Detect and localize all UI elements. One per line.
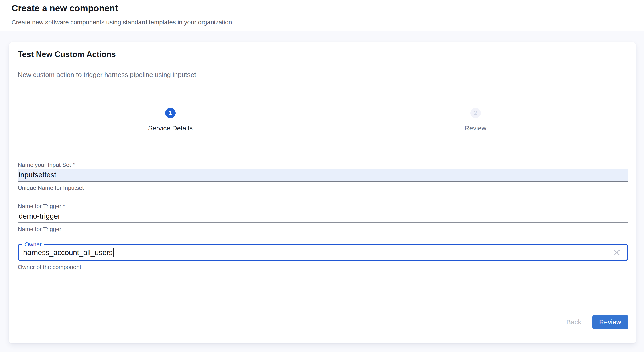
card-title: Test New Custom Actions [18,50,628,59]
component-form: Name your Input Set * Unique Name for In… [18,161,628,270]
page-subtitle: Create new software components using sta… [12,19,644,26]
step-service-details: 1 Service Details [18,108,323,132]
owner-input[interactable]: Owner harness_account_all_users [18,244,628,261]
create-component-card: Test New Custom Actions New custom actio… [9,42,636,343]
back-button[interactable]: Back [561,316,586,328]
input-set-name-input[interactable] [18,169,628,182]
review-button[interactable]: Review [592,315,628,329]
text-cursor [113,248,114,257]
input-set-name-label: Name your Input Set * [18,161,628,168]
content-area: Test New Custom Actions New custom actio… [0,31,644,351]
owner-helper: Owner of the component [18,264,628,270]
owner-field: Owner harness_account_all_users Owner of… [18,244,628,270]
trigger-name-input[interactable] [18,210,628,223]
step-1-label: Service Details [148,125,192,132]
trigger-name-label: Name for Trigger * [18,203,628,210]
step-review: 2 Review [323,108,628,132]
owner-field-value: harness_account_all_users [23,248,113,257]
input-set-name-helper: Unique Name for Inputset [18,185,628,191]
card-subtitle: New custom action to trigger harness pip… [18,71,628,79]
form-actions: Back Review [18,315,628,329]
page-header: Create a new component Create new softwa… [0,0,644,31]
owner-field-label: Owner [22,241,44,248]
trigger-name-field: Name for Trigger * Name for Trigger [18,203,628,232]
step-1-circle: 1 [165,108,176,118]
trigger-name-helper: Name for Trigger [18,226,628,232]
step-2-label: Review [464,125,486,132]
input-set-name-field: Name your Input Set * Unique Name for In… [18,161,628,191]
clear-icon[interactable] [612,248,622,257]
step-2-circle: 2 [470,108,481,118]
page-title: Create a new component [12,4,644,13]
stepper: 1 Service Details 2 Review [18,108,628,132]
stepper-connector [181,113,465,113]
